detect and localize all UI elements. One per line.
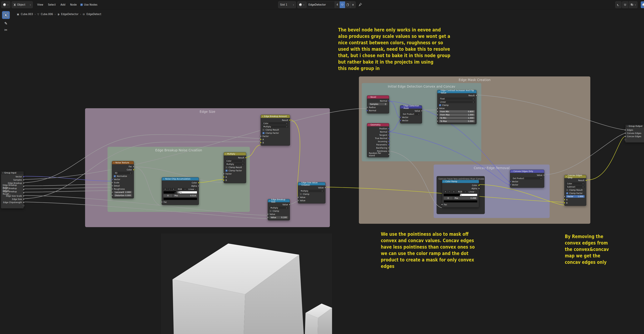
samples-field[interactable]: Samples2 xyxy=(369,103,388,105)
input-socket[interactable] xyxy=(624,129,626,131)
node-header[interactable]: Multiply xyxy=(224,152,246,155)
links-cut-tool-button[interactable]: ✂ xyxy=(2,28,10,32)
output-socket[interactable] xyxy=(289,204,290,205)
node-edge-breakup-size[interactable]: Edge Breakup Size Value Multiply Clamp V… xyxy=(268,199,290,220)
stop-position-slider[interactable]: Pos0.498 xyxy=(454,197,478,199)
blend-mode-dropdown[interactable]: Subtract xyxy=(566,186,584,188)
input-socket[interactable] xyxy=(297,200,299,201)
data-type-dropdown[interactable]: Float xyxy=(439,97,475,100)
unlink-button[interactable]: × xyxy=(350,1,356,8)
clamp-result-checkbox[interactable] xyxy=(262,129,264,131)
new-material-button[interactable] xyxy=(345,1,350,8)
menu-view[interactable]: View xyxy=(35,3,46,6)
color-ramp-gradient[interactable] xyxy=(164,191,197,194)
node-bevel[interactable]: Bevel Normal Samples2 Radius Normal xyxy=(367,95,389,113)
output-socket[interactable] xyxy=(388,153,390,155)
interpolation-dropdown[interactable]: Linear xyxy=(439,101,475,103)
data-type-dropdown[interactable]: Color xyxy=(262,122,288,125)
output-socket[interactable] xyxy=(586,180,587,181)
factor-slider[interactable]: Factor1.000 xyxy=(566,195,584,198)
snap-toggle-button[interactable] xyxy=(622,1,628,8)
input-socket[interactable] xyxy=(161,201,162,203)
output-socket[interactable] xyxy=(23,176,24,178)
add-stop-button[interactable]: + xyxy=(444,191,447,193)
output-socket[interactable] xyxy=(23,182,24,184)
output-socket[interactable] xyxy=(23,195,24,197)
output-socket[interactable] xyxy=(198,185,200,187)
output-socket[interactable] xyxy=(23,189,24,190)
node-header[interactable]: Bevel xyxy=(367,96,389,99)
input-socket[interactable] xyxy=(260,135,262,137)
input-socket[interactable] xyxy=(267,217,268,218)
node-edge-detection-mask[interactable]: Edge Detection Mask Value Dot Product Ve… xyxy=(400,105,422,123)
input-socket[interactable] xyxy=(624,136,626,137)
node-group-input[interactable]: Group Input Vector Samples Edge Breakup … xyxy=(1,171,24,209)
input-socket[interactable] xyxy=(441,204,443,205)
pin-icon[interactable] xyxy=(358,3,362,7)
stop-index-field[interactable]: 0 xyxy=(164,194,172,197)
input-socket[interactable] xyxy=(436,120,438,122)
from-max-slider[interactable]: From Max1.000 xyxy=(439,113,475,116)
input-socket[interactable] xyxy=(297,197,299,198)
annotate-tool-button[interactable]: ✎ xyxy=(2,21,10,26)
editor-type-dropdown[interactable]: ∨ xyxy=(1,1,10,8)
node-edge-contrast-increaser[interactable]: Edge Contrast Increaser And Flip Value R… xyxy=(437,90,476,124)
stop-color-swatch[interactable] xyxy=(444,200,478,203)
clamp-result-checkbox[interactable] xyxy=(566,189,568,191)
overlays-toggle-button[interactable] xyxy=(641,1,644,8)
output-socket[interactable] xyxy=(388,128,390,129)
input-socket[interactable] xyxy=(366,110,368,111)
color-mode-dropdown[interactable]: RGB xyxy=(177,188,187,191)
use-nodes-checkbox[interactable] xyxy=(80,4,83,6)
input-socket[interactable] xyxy=(366,107,368,108)
clamp-result-checkbox[interactable] xyxy=(226,166,228,169)
input-socket[interactable] xyxy=(111,179,113,180)
node-color-ramp[interactable]: Color Ramp Color Alpha + − ∨ RGB Linear … xyxy=(442,180,479,208)
output-socket[interactable] xyxy=(23,198,24,200)
input-socket[interactable] xyxy=(111,192,113,193)
input-socket[interactable] xyxy=(223,173,224,175)
input-socket[interactable] xyxy=(111,195,113,196)
output-socket[interactable] xyxy=(421,110,423,112)
input-socket[interactable] xyxy=(509,184,511,186)
interpolation-dropdown[interactable]: Linear xyxy=(188,188,197,191)
input-socket[interactable] xyxy=(223,176,224,178)
node-header[interactable]: Group Output xyxy=(625,125,644,128)
from-min-slider[interactable]: From Min0.800 xyxy=(439,110,475,113)
input-socket[interactable] xyxy=(564,196,565,197)
blend-mode-dropdown[interactable]: Multiply xyxy=(262,125,288,128)
clamp-checkbox[interactable] xyxy=(270,210,272,212)
to-max-slider[interactable]: To Max0.000 xyxy=(439,120,475,122)
input-socket[interactable] xyxy=(223,180,224,181)
clamp-checkbox[interactable] xyxy=(300,193,302,195)
tweak-tool-button[interactable] xyxy=(2,11,10,19)
node-group-output[interactable]: Group Output Edges Convex Edges Concav E… xyxy=(625,124,644,142)
output-socket[interactable] xyxy=(388,134,390,136)
node-header[interactable]: Geometry xyxy=(367,123,389,126)
input-socket[interactable] xyxy=(564,199,565,200)
output-socket[interactable] xyxy=(23,192,24,194)
output-socket[interactable] xyxy=(476,95,477,96)
input-socket[interactable] xyxy=(260,142,262,143)
output-socket[interactable] xyxy=(23,202,24,203)
fake-user-button[interactable]: 🛡 xyxy=(340,1,345,8)
output-socket[interactable] xyxy=(478,188,480,189)
clamp-factor-checkbox[interactable] xyxy=(226,170,228,172)
ramp-stop-handle[interactable] xyxy=(180,192,182,194)
lacunarity-slider[interactable]: Lacunarit2.000 xyxy=(114,191,132,194)
data-type-dropdown[interactable]: Color xyxy=(225,160,244,162)
slot-dropdown[interactable]: Slot 1 ∨ xyxy=(278,1,296,8)
stop-color-swatch[interactable] xyxy=(164,198,197,200)
output-socket[interactable] xyxy=(478,185,480,186)
node-convex-edges-only[interactable]: Convex Edges Only Value Dot Product Vect… xyxy=(510,170,544,188)
node-header[interactable]: Group Input xyxy=(1,171,24,174)
node-header[interactable]: Edge Detection Mask xyxy=(400,105,422,109)
input-socket[interactable] xyxy=(564,202,565,204)
remove-stop-button[interactable]: − xyxy=(168,188,171,191)
to-min-slider[interactable]: To Min1.000 xyxy=(439,117,475,119)
node-noise-chip-accumulation[interactable]: Noise Chip Accumulation Color Alpha + − … xyxy=(162,177,199,205)
material-name-field[interactable]: EdgeDetector xyxy=(306,1,335,8)
vector-op-dropdown[interactable]: Dot Product xyxy=(512,177,542,180)
input-socket[interactable] xyxy=(624,132,626,134)
parent-navigate-button[interactable] xyxy=(615,1,622,8)
